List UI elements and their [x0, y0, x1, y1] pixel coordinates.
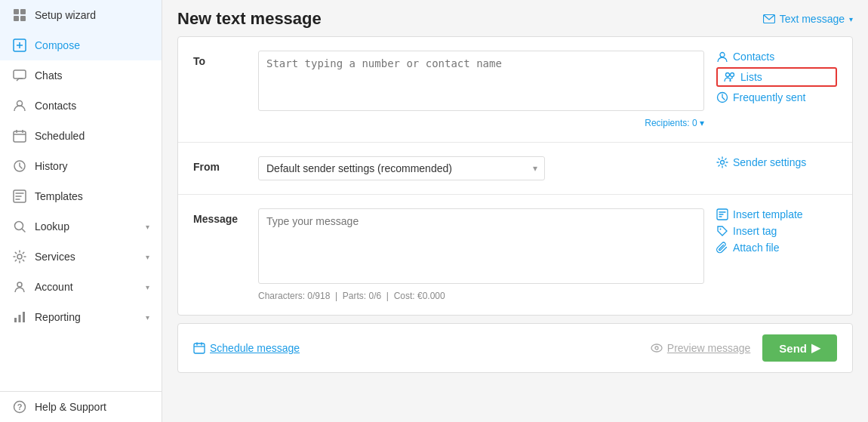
- insert-tag-link[interactable]: Insert tag: [716, 225, 837, 237]
- chat-icon: [12, 68, 27, 83]
- recipients-label: Recipients:: [645, 118, 689, 128]
- sidebar-item-label-lookup: Lookup: [35, 220, 138, 233]
- schedule-icon: [193, 342, 205, 354]
- sidebar-item-label-reporting: Reporting: [35, 311, 138, 323]
- from-label: From: [193, 156, 246, 173]
- sidebar-item-lookup[interactable]: Lookup ▾: [0, 211, 162, 242]
- sidebar-item-label-scheduled: Scheduled: [35, 130, 149, 142]
- gear-icon: [716, 156, 728, 168]
- preview-message-link[interactable]: Preview message: [651, 342, 751, 354]
- svg-rect-5: [14, 70, 26, 79]
- to-actions: Contacts Lists Frequen: [716, 51, 837, 103]
- insert-template-label: Insert template: [733, 208, 803, 220]
- send-button-label: Send: [779, 342, 807, 355]
- sidebar-item-compose[interactable]: Compose: [0, 30, 162, 60]
- sidebar-item-services[interactable]: Services ▾: [0, 242, 162, 272]
- recipients-count[interactable]: 0 ▾: [692, 118, 704, 128]
- footer-right: Preview message Send ▶: [651, 334, 837, 362]
- compose-icon: [12, 38, 27, 53]
- sidebar-item-scheduled[interactable]: Scheduled: [0, 121, 162, 151]
- sidebar-item-label-services: Services: [35, 251, 138, 263]
- contacts-link-icon: [716, 51, 728, 63]
- chevron-down-icon-lookup: ▾: [146, 223, 149, 231]
- paperclip-icon: [716, 242, 728, 254]
- lookup-icon: [12, 219, 27, 234]
- svg-rect-2: [14, 16, 19, 21]
- services-icon: [12, 249, 27, 264]
- cost-label: Cost: €0.000: [394, 291, 445, 301]
- from-actions: Sender settings: [716, 156, 837, 168]
- frequently-sent-link-label: Frequently sent: [733, 91, 806, 103]
- sidebar-item-setup-wizard[interactable]: Setup wizard: [0, 0, 162, 30]
- svg-point-11: [17, 254, 22, 259]
- sidebar-item-contacts[interactable]: Contacts: [0, 91, 162, 121]
- to-input[interactable]: [258, 51, 704, 111]
- sidebar-item-history[interactable]: History: [0, 151, 162, 181]
- attach-file-label: Attach file: [733, 242, 779, 254]
- svg-point-20: [726, 73, 730, 77]
- svg-rect-26: [194, 343, 205, 353]
- sidebar-item-label-setup-wizard: Setup wizard: [35, 9, 149, 21]
- svg-rect-15: [23, 312, 25, 322]
- sidebar-item-label-contacts: Contacts: [35, 100, 149, 112]
- sidebar-item-account[interactable]: Account ▾: [0, 272, 162, 302]
- svg-rect-14: [19, 315, 21, 322]
- templates-icon: [12, 189, 27, 204]
- reporting-icon: [12, 310, 27, 325]
- to-row: To Recipients: 0 ▾ Contacts: [178, 37, 852, 143]
- svg-rect-1: [20, 9, 26, 14]
- recipients-info: Recipients: 0 ▾: [258, 118, 704, 128]
- svg-point-25: [720, 229, 722, 230]
- message-input[interactable]: [258, 208, 704, 284]
- schedule-message-link[interactable]: Schedule message: [193, 342, 300, 354]
- message-stats: Characters: 0/918 | Parts: 0/6 | Cost: €…: [258, 291, 704, 301]
- lists-link[interactable]: Lists: [716, 67, 837, 87]
- main-header: New text message Text message ▾: [162, 0, 868, 36]
- contacts-link[interactable]: Contacts: [716, 51, 837, 63]
- from-row: From Default sender settings (recommende…: [178, 143, 852, 195]
- compose-form: To Recipients: 0 ▾ Contacts: [177, 36, 853, 316]
- sidebar-item-label-account: Account: [35, 281, 138, 293]
- to-field: Recipients: 0 ▾: [258, 51, 704, 128]
- sidebar-item-templates[interactable]: Templates: [0, 181, 162, 211]
- insert-tag-label: Insert tag: [733, 225, 777, 237]
- sender-settings-link[interactable]: Sender settings: [716, 156, 837, 168]
- send-button[interactable]: Send ▶: [762, 334, 837, 362]
- sidebar-item-label-templates: Templates: [35, 190, 149, 202]
- sidebar-item-label-help: Help & Support: [35, 401, 149, 413]
- compose-footer: Schedule message Preview message Send ▶: [177, 323, 853, 373]
- sidebar-item-label-chats: Chats: [35, 69, 149, 82]
- message-type-button[interactable]: Text message ▾: [763, 13, 853, 25]
- insert-template-link[interactable]: Insert template: [716, 208, 837, 220]
- attach-file-link[interactable]: Attach file: [716, 242, 837, 254]
- sidebar-item-label-history: History: [35, 160, 149, 172]
- parts-label: Parts: 0/6: [343, 291, 381, 301]
- sidebar-item-help[interactable]: ? Help & Support: [0, 392, 162, 422]
- sidebar-item-chats[interactable]: Chats: [0, 60, 162, 91]
- message-actions: Insert template Insert tag Attach file: [716, 208, 837, 254]
- sidebar-item-reporting[interactable]: Reporting ▾: [0, 302, 162, 332]
- message-type-label: Text message: [780, 13, 845, 25]
- calendar-icon: [12, 128, 27, 143]
- svg-point-19: [720, 53, 725, 57]
- from-select[interactable]: Default sender settings (recommended): [258, 156, 545, 180]
- template-icon: [716, 208, 728, 220]
- envelope-icon: [763, 14, 775, 23]
- schedule-message-label: Schedule message: [210, 342, 300, 354]
- chars-label: Characters: 0/918: [258, 291, 330, 301]
- contacts-link-label: Contacts: [733, 51, 774, 63]
- message-label: Message: [193, 208, 246, 225]
- svg-point-21: [731, 73, 734, 77]
- sidebar-bottom: ? Help & Support: [0, 391, 162, 422]
- main-content: New text message Text message ▾ To Recip…: [162, 0, 868, 422]
- to-label: To: [193, 51, 246, 67]
- sidebar-item-label-compose: Compose: [35, 39, 149, 51]
- svg-point-10: [15, 222, 23, 230]
- preview-message-label: Preview message: [667, 342, 751, 354]
- contacts-icon: [12, 98, 27, 113]
- clock-icon: [716, 91, 728, 103]
- svg-rect-13: [14, 318, 17, 322]
- page-title: New text message: [177, 9, 322, 29]
- from-select-wrapper: Default sender settings (recommended) ▾: [258, 156, 545, 180]
- frequently-sent-link[interactable]: Frequently sent: [716, 91, 837, 103]
